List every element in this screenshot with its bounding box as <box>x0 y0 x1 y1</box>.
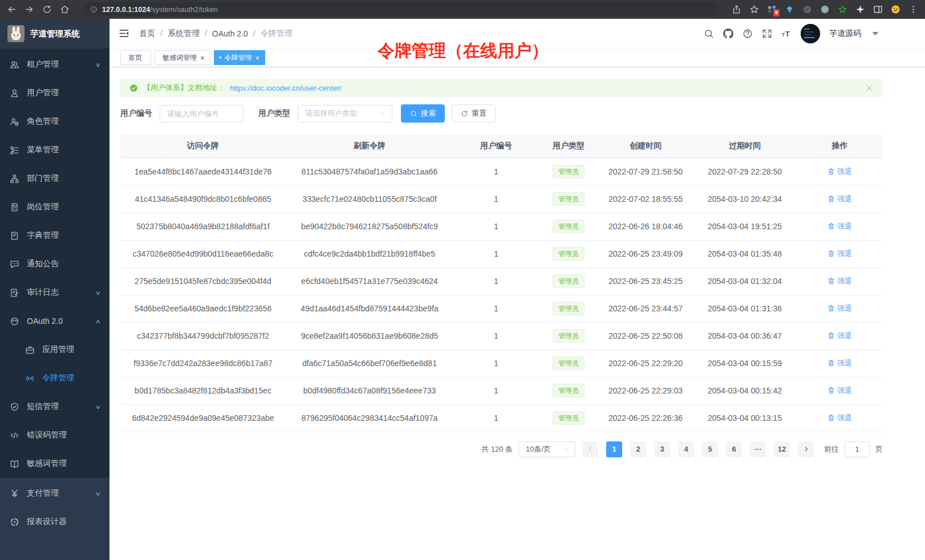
sidebar-item[interactable]: 菜单管理 <box>0 136 109 164</box>
sidebar-item[interactable]: 角色管理 <box>0 107 109 136</box>
breadcrumb-item[interactable]: 首页 <box>139 29 168 39</box>
user-id-cell: 1 <box>453 404 539 432</box>
sidebar-item[interactable]: 用户管理 <box>0 79 109 107</box>
extension-sparkle-icon[interactable] <box>855 5 865 14</box>
url-text: 127.0.0.1:1024/system/oauth2/token <box>102 6 218 14</box>
reset-button[interactable]: 重置 <box>452 104 496 123</box>
profile-emoji-icon[interactable] <box>891 5 900 14</box>
force-logout-button[interactable]: 强退 <box>827 331 852 341</box>
sidebar-item[interactable]: 错误码管理 <box>0 421 109 449</box>
alert-close-icon[interactable] <box>865 84 874 92</box>
address-bar[interactable]: 127.0.0.1:1024/system/oauth2/token <box>83 2 718 17</box>
force-logout-button[interactable]: 强退 <box>827 413 852 423</box>
menu-item-icon <box>10 316 19 326</box>
action-cell: 强退 <box>797 295 883 322</box>
menu-item-icon <box>10 288 19 298</box>
extension-gem-icon[interactable] <box>785 5 794 14</box>
sidebar-item[interactable]: 报表设计器 <box>0 508 109 536</box>
avatar[interactable] <box>801 24 820 43</box>
menu-item-label: 错误码管理 <box>27 430 67 440</box>
app-logo-header[interactable]: 芋道管理系统 <box>0 19 109 48</box>
browser-back-icon[interactable] <box>7 5 17 14</box>
force-logout-button[interactable]: 强退 <box>827 276 852 286</box>
sidebar-item[interactable]: 部门管理 <box>0 164 109 193</box>
sidebar-item[interactable]: 应用管理 <box>0 335 109 364</box>
fullscreen-icon[interactable] <box>762 29 772 39</box>
user-id-cell: 1 <box>453 267 539 295</box>
force-logout-button[interactable]: 强退 <box>827 385 852 396</box>
tab-close-icon[interactable]: × <box>200 54 205 62</box>
menu-item-label: 令牌管理 <box>42 373 74 383</box>
side-panel-icon[interactable] <box>873 5 883 14</box>
expire-time-cell: 2054-03-04 00:36:47 <box>693 322 797 350</box>
force-logout-button[interactable]: 强退 <box>827 194 852 204</box>
token-table: 访问令牌刷新令牌用户编号用户类型创建时间过期时间操作 1ea5e44f8bc14… <box>120 134 883 432</box>
search-button[interactable]: 搜索 <box>401 104 445 123</box>
refresh-token-cell: 811c530487574fa0af1a59d3abc1aa66 <box>286 158 453 185</box>
username[interactable]: 芋道源码 <box>829 29 861 39</box>
extension-record-icon[interactable] <box>820 5 830 14</box>
sidebar-item[interactable]: 审计日志 ∨ <box>0 278 109 307</box>
tab[interactable]: 敏感词管理 × <box>155 50 210 65</box>
prev-page-button[interactable] <box>582 441 598 457</box>
menu-item-label: 字典管理 <box>27 230 59 241</box>
next-page-button[interactable] <box>798 441 814 457</box>
alert-doc-link[interactable]: https://doc.iocoder.cn/user-center/ <box>230 84 342 92</box>
site-info-icon[interactable] <box>90 6 98 13</box>
github-icon[interactable] <box>723 29 733 39</box>
menu-item-label: 报表设计器 <box>27 517 67 527</box>
browser-reload-icon[interactable] <box>42 5 52 14</box>
sidebar-item[interactable]: 令牌管理 <box>0 364 109 392</box>
page-size-select[interactable]: 10条/页 <box>518 441 575 457</box>
user-id-label: 用户编号 <box>120 108 152 119</box>
page-button[interactable]: ··· <box>750 441 766 457</box>
force-logout-button[interactable]: 强退 <box>827 358 852 368</box>
trash-icon <box>827 305 835 312</box>
sidebar-item[interactable]: 字典管理 <box>0 221 109 250</box>
help-icon[interactable] <box>743 29 753 39</box>
font-size-icon[interactable]: TT <box>781 29 792 39</box>
breadcrumb-item[interactable]: OAuth 2.0 <box>212 29 261 38</box>
sidebar-item[interactable]: 敏感词管理 <box>0 449 109 478</box>
bookmark-star-icon[interactable] <box>749 5 759 14</box>
browser-forward-icon[interactable] <box>25 5 34 14</box>
browser-menu-icon[interactable] <box>908 5 918 14</box>
breadcrumb-item[interactable]: 系统管理 <box>168 29 212 39</box>
user-menu-caret-icon[interactable] <box>870 29 881 39</box>
user-type-select[interactable]: 请选择用户类型 <box>298 105 392 123</box>
sidebar-item[interactable]: 支付管理 ∨ <box>0 479 109 508</box>
page-button[interactable]: 4 <box>678 441 694 457</box>
share-icon[interactable] <box>732 5 741 14</box>
search-icon[interactable] <box>704 29 714 39</box>
sidebar-item[interactable]: 通知公告 <box>0 250 109 278</box>
force-logout-button[interactable]: 强退 <box>827 221 852 232</box>
extension-dark-circle-icon[interactable] <box>802 5 812 14</box>
sidebar-item[interactable]: 短信管理 ∨ <box>0 392 109 421</box>
force-logout-label: 强退 <box>837 249 852 259</box>
extension-green-star-icon[interactable] <box>838 5 847 14</box>
page-button[interactable]: 3 <box>654 441 670 457</box>
force-logout-button[interactable]: 强退 <box>827 303 852 314</box>
search-form: 用户编号 用户类型 请选择用户类型 搜索 重置 <box>120 104 883 123</box>
tab-label: 首页 <box>128 53 142 63</box>
chevron-icon: ∧ <box>95 318 101 324</box>
tab[interactable]: 首页 <box>120 50 151 65</box>
force-logout-button[interactable]: 强退 <box>827 167 852 177</box>
user-id-input[interactable] <box>160 105 244 123</box>
tab-close-icon[interactable]: × <box>254 54 260 62</box>
tab[interactable]: ● 令牌管理 × <box>214 50 265 65</box>
page-button[interactable]: 12 <box>774 441 790 457</box>
sidebar-item[interactable]: 岗位管理 <box>0 193 109 221</box>
page-button[interactable]: 2 <box>630 441 646 457</box>
sidebar-item[interactable]: OAuth 2.0 ∧ <box>0 307 109 335</box>
page-button[interactable]: 6 <box>726 441 742 457</box>
extension-blocker-icon[interactable]: 9 <box>767 5 777 14</box>
page-button[interactable]: 5 <box>702 441 718 457</box>
breadcrumb-item[interactable]: 令牌管理 <box>261 29 293 39</box>
goto-page-input[interactable] <box>845 441 870 457</box>
sidebar-item[interactable]: 租户管理 ∨ <box>0 50 109 79</box>
sidebar-fold-icon[interactable] <box>119 28 129 39</box>
force-logout-button[interactable]: 强退 <box>827 249 852 259</box>
browser-home-icon[interactable] <box>60 5 70 14</box>
page-button[interactable]: 1 <box>606 441 622 457</box>
